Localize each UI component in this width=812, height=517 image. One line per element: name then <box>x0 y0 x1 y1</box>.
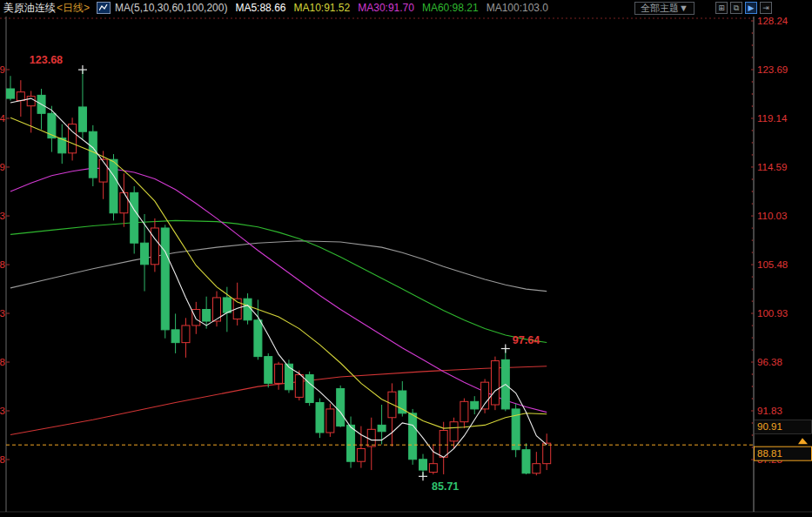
ma-value-label: MA10:91.52 <box>293 2 350 14</box>
layout-grid-icon[interactable]: ⊞ <box>715 2 728 14</box>
ma-value-label: MA30:91.70 <box>358 2 414 14</box>
clipped-axis-digit: 3 <box>0 308 5 319</box>
axis-price-label: 119.14 <box>757 113 788 124</box>
themes-dropdown[interactable]: 全部主题▼ <box>634 2 695 15</box>
candle <box>326 409 334 433</box>
candle <box>7 89 15 98</box>
clipped-axis-digit: 9 <box>0 64 5 75</box>
candle <box>171 330 179 343</box>
candle <box>110 159 117 213</box>
axis-price-label: 123.69 <box>757 64 788 75</box>
candle <box>141 243 149 265</box>
candle <box>347 425 355 461</box>
extreme-price-label: 85.71 <box>432 480 459 493</box>
candle <box>357 448 365 461</box>
clipped-axis-digit: 3 <box>0 406 5 416</box>
indicator-icon[interactable] <box>97 2 111 14</box>
candle <box>316 403 324 433</box>
candle <box>471 401 479 409</box>
axis-price-label: 110.03 <box>757 211 787 221</box>
candle <box>192 309 200 325</box>
candle <box>78 107 86 131</box>
extreme-price-label: 97.64 <box>513 334 540 346</box>
candle <box>17 92 24 101</box>
ma-value-label: MA60:98.21 <box>422 2 479 14</box>
clipped-axis-digit: 9 <box>0 162 5 172</box>
candle <box>378 425 386 431</box>
axis-price-label: 96.38 <box>757 357 782 367</box>
toolbar-icons: ⊞ ⧉ ▶ ⇥ <box>715 2 772 14</box>
candle <box>161 228 169 330</box>
chart-area[interactable]: 128.24123.69119.14114.59110.03105.48100.… <box>0 0 812 517</box>
clipped-axis-digit: 8 <box>0 454 5 465</box>
ma-settings-label: MA(5,10,30,60,100,200) <box>115 2 227 14</box>
last-price-line <box>6 438 808 445</box>
candle <box>265 357 272 384</box>
ma-lines-long <box>10 168 547 434</box>
symbol-name: 美原油连续 <box>3 1 56 16</box>
candle <box>285 364 292 390</box>
candle <box>223 298 231 312</box>
candle <box>419 460 427 470</box>
candle <box>491 361 499 405</box>
price-marker-value: 88.81 <box>757 448 782 459</box>
candle <box>275 364 283 383</box>
ma-value-label: MA5:88.66 <box>235 2 285 14</box>
candle <box>429 464 437 473</box>
candle <box>533 464 540 473</box>
candle <box>182 326 190 343</box>
trading-terminal: { "header": { "symbol": "美原油连续", "period… <box>0 0 812 517</box>
candle <box>305 375 313 403</box>
candle <box>244 299 252 320</box>
candle <box>388 392 396 418</box>
candle <box>460 401 468 421</box>
candle <box>337 389 345 426</box>
candles <box>7 70 551 476</box>
candle <box>203 309 211 321</box>
chart-mode-icon[interactable]: ▶ <box>745 2 757 14</box>
clipped-axis-digit: 8 <box>0 357 5 367</box>
candle <box>254 320 262 357</box>
collapse-right-icon[interactable]: ⇥ <box>760 2 772 14</box>
axis-price-label: 114.59 <box>757 162 787 172</box>
candle <box>450 422 458 441</box>
candle <box>295 375 303 398</box>
candle <box>151 228 158 265</box>
price-marker-value: 90.91 <box>757 421 782 432</box>
zigzag-chart-icon <box>99 4 108 11</box>
pane-popout-icon[interactable]: ⧉ <box>730 2 742 14</box>
clipped-axis-digit: 8 <box>0 259 5 270</box>
candle <box>522 450 530 473</box>
axis-price-label: 91.83 <box>757 406 782 416</box>
candle <box>481 382 489 409</box>
last-price-arrow-icon <box>798 438 808 444</box>
extreme-price-label: 123.68 <box>30 54 63 66</box>
axis-price-label: 105.48 <box>757 259 788 270</box>
price-axis: 128.24123.69119.14114.59110.03105.48100.… <box>751 16 789 512</box>
header: 美原油连续 <日线> MA(5,10,30,60,100,200) MA5:88… <box>0 0 812 16</box>
candle <box>440 431 447 458</box>
candle <box>409 413 417 460</box>
ma-line-ma60 <box>10 220 547 342</box>
ma-value-label: MA100:103.0 <box>487 2 548 14</box>
candle <box>120 192 128 212</box>
period-tag: <日线> <box>57 1 90 16</box>
candle <box>131 192 138 243</box>
clipped-axis-digit: 4 <box>0 113 6 124</box>
candle <box>99 159 107 182</box>
ma-values: MA5:88.66MA10:91.52MA30:91.70MA60:98.21M… <box>227 2 548 14</box>
axis-price-label: 100.93 <box>757 308 788 319</box>
candle <box>89 131 97 178</box>
candle <box>399 391 406 413</box>
clipped-axis-digit: 3 <box>0 211 5 221</box>
candle <box>27 97 35 106</box>
axis-price-label: 128.24 <box>757 16 789 26</box>
candle <box>367 429 375 446</box>
candle <box>543 443 551 464</box>
